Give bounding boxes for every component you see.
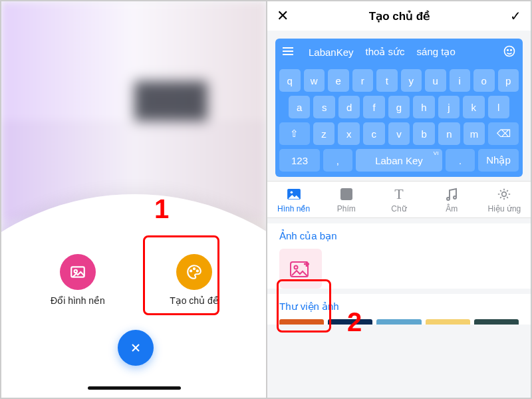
your-photos-heading: Ảnh của bạn — [279, 230, 519, 242]
confirm-button[interactable]: ✓ — [510, 8, 521, 24]
key-m[interactable]: m — [464, 122, 485, 145]
add-image-icon — [289, 259, 312, 278]
key-r[interactable]: r — [352, 69, 374, 92]
key-n[interactable]: n — [438, 122, 460, 145]
key-comma[interactable]: , — [323, 149, 352, 172]
your-photos-section: Ảnh của bạn — [267, 223, 531, 289]
key-c[interactable]: c — [363, 122, 385, 145]
svg-point-6 — [507, 49, 509, 51]
key-p[interactable]: p — [498, 69, 519, 92]
hamburger-icon[interactable] — [282, 47, 297, 58]
key-shift[interactable]: ⇧ — [279, 122, 310, 145]
key-e[interactable]: e — [328, 69, 349, 92]
key-k[interactable]: k — [463, 96, 484, 118]
key-v[interactable]: v — [388, 122, 410, 145]
tab-effect-label: Hiệu ứng — [488, 204, 521, 213]
suggestion-brand: LabanKey — [309, 47, 354, 58]
add-photo-button[interactable] — [279, 249, 322, 289]
change-background-action[interactable]: Đổi hình nền — [31, 254, 124, 306]
tab-effect[interactable]: Hiệu ứng — [478, 182, 531, 217]
tab-text[interactable]: T Chữ — [372, 182, 425, 217]
key-q[interactable]: q — [279, 69, 301, 92]
key-row-3: ⇧ z x c v b n m ⌫ — [279, 122, 519, 145]
left-panel: Đổi hình nền Tạo chủ đề 1 — [1, 1, 266, 398]
key-row-4: 123 , Laban Key VI . Nhập — [279, 149, 519, 172]
editor-title: Tạo chủ đề — [369, 9, 430, 23]
key-x[interactable]: x — [338, 122, 360, 145]
key-g[interactable]: g — [388, 96, 410, 118]
editor-tabs: Hình nền Phím T Chữ Âm — [267, 181, 531, 218]
key-f[interactable]: f — [363, 96, 384, 118]
suggestion-bar: LabanKey thoả sức sáng tạo — [275, 39, 523, 65]
cancel-button[interactable]: ✕ — [277, 7, 289, 25]
photo-library-section: Thư viện ảnh — [267, 294, 531, 325]
music-icon — [443, 187, 460, 201]
key-l[interactable]: l — [488, 96, 509, 118]
close-button[interactable] — [118, 330, 154, 366]
svg-point-7 — [511, 49, 512, 51]
key-s[interactable]: s — [313, 96, 334, 118]
space-label: Laban Key — [375, 155, 423, 166]
svg-point-5 — [505, 46, 515, 56]
key-y[interactable]: y — [401, 69, 422, 92]
svg-point-3 — [194, 268, 195, 269]
key-numeric[interactable]: 123 — [279, 149, 320, 172]
square-icon — [338, 187, 355, 201]
key-w[interactable]: w — [304, 69, 325, 92]
image-icon — [60, 254, 96, 290]
key-dot[interactable]: . — [446, 149, 475, 172]
tab-sound[interactable]: Âm — [426, 182, 478, 217]
key-i[interactable]: i — [450, 69, 471, 92]
key-enter[interactable]: Nhập — [478, 149, 519, 172]
key-a[interactable]: a — [289, 96, 310, 118]
tab-keys[interactable]: Phím — [320, 182, 372, 217]
image-icon — [285, 187, 303, 201]
tab-text-label: Chữ — [391, 204, 406, 213]
svg-point-4 — [197, 270, 198, 271]
editor-topbar: ✕ Tạo chủ đề ✓ — [267, 1, 531, 31]
home-indicator — [88, 386, 181, 390]
photo-library-heading: Thư viện ảnh — [279, 301, 519, 313]
svg-point-15 — [295, 266, 298, 269]
palette-icon — [176, 254, 212, 290]
svg-point-13 — [502, 192, 507, 197]
keyboard-preview: LabanKey thoả sức sáng tạo q w e r t y u… — [267, 31, 531, 181]
create-theme-action[interactable]: Tạo chủ đề — [148, 254, 241, 306]
key-t[interactable]: t — [376, 69, 398, 92]
svg-point-9 — [290, 192, 293, 194]
close-icon — [129, 341, 142, 354]
key-space[interactable]: Laban Key VI — [356, 149, 443, 172]
create-theme-label: Tạo chủ đề — [170, 295, 219, 306]
key-h[interactable]: h — [413, 96, 434, 118]
suggestion-word-1: thoả sức — [366, 46, 405, 58]
key-row-2: a s d f g h j k l — [279, 96, 519, 118]
svg-rect-10 — [340, 188, 352, 200]
right-panel: ✕ Tạo chủ đề ✓ LabanKey thoả sức sáng tạ… — [266, 1, 531, 398]
key-z[interactable]: z — [313, 122, 335, 145]
tab-keys-label: Phím — [337, 204, 356, 213]
key-o[interactable]: o — [473, 69, 495, 92]
svg-point-2 — [190, 270, 192, 271]
text-icon: T — [390, 187, 408, 201]
brightness-icon — [495, 187, 513, 201]
emoji-icon[interactable] — [503, 45, 516, 60]
key-backspace[interactable]: ⌫ — [488, 122, 519, 145]
keyboard: q w e r t y u i o p a s d f g h — [275, 65, 523, 177]
key-u[interactable]: u — [425, 69, 446, 92]
suggestion-word-2: sáng tạo — [417, 46, 456, 58]
tab-background[interactable]: Hình nền — [267, 182, 320, 217]
key-d[interactable]: d — [338, 96, 360, 118]
key-b[interactable]: b — [413, 122, 435, 145]
change-background-label: Đổi hình nền — [51, 295, 105, 306]
tab-background-label: Hình nền — [277, 204, 310, 213]
key-j[interactable]: j — [438, 96, 460, 118]
key-row-1: q w e r t y u i o p — [279, 69, 519, 92]
svg-point-1 — [74, 270, 77, 273]
svg-point-12 — [454, 196, 456, 199]
gallery-strip — [279, 319, 519, 325]
tab-sound-label: Âm — [446, 204, 458, 213]
svg-point-11 — [447, 198, 450, 200]
